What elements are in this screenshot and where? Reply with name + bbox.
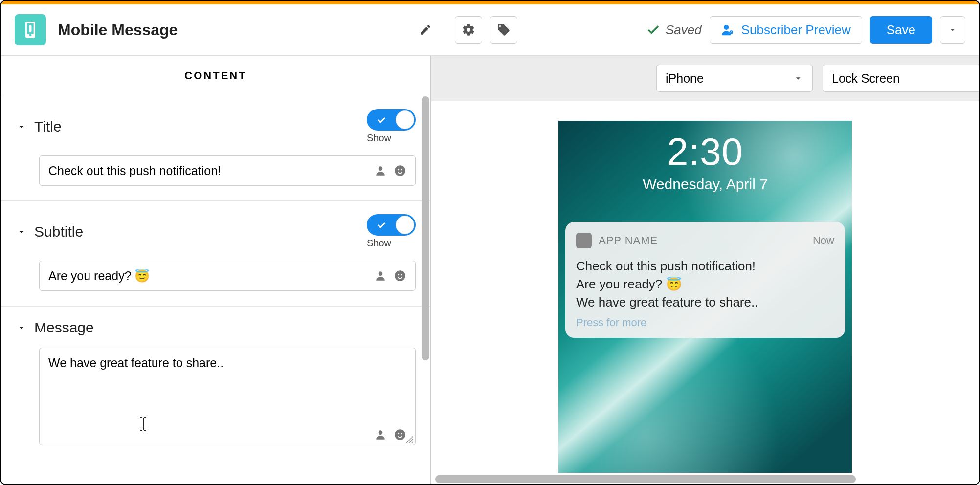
device-select[interactable]: iPhone — [656, 65, 813, 92]
title-input-row — [39, 155, 416, 186]
gear-icon — [462, 23, 475, 37]
view-select-value: Lock Screen — [832, 71, 900, 86]
view-select[interactable]: Lock Screen — [823, 65, 979, 92]
svg-point-13 — [398, 274, 399, 275]
svg-point-18 — [401, 433, 402, 434]
lockscreen-date: Wednesday, April 7 — [558, 176, 852, 193]
section-message-toggle[interactable]: Message — [16, 319, 94, 336]
section-subtitle: Subtitle Show — [1, 201, 430, 307]
subtitle-label: Subtitle — [34, 223, 83, 240]
person-icon[interactable] — [374, 269, 387, 282]
svg-point-7 — [379, 166, 383, 171]
check-icon — [376, 114, 387, 126]
message-label: Message — [34, 319, 94, 336]
svg-point-12 — [395, 270, 405, 281]
emoji-icon[interactable] — [394, 164, 406, 177]
svg-point-15 — [379, 430, 383, 435]
notification-more: Press for more — [576, 316, 834, 329]
section-title: Title Show — [1, 96, 430, 201]
app-icon — [15, 14, 46, 45]
svg-point-6 — [731, 32, 732, 33]
content-tab[interactable]: CONTENT — [1, 56, 430, 96]
check-icon — [646, 22, 661, 37]
header-bar: Mobile Message Saved Subscriber Preview … — [1, 4, 979, 56]
emoji-icon[interactable] — [394, 428, 406, 441]
check-icon — [376, 219, 387, 231]
title-label: Title — [34, 118, 62, 135]
tag-icon — [497, 23, 511, 37]
save-button[interactable]: Save — [870, 16, 932, 44]
horizontal-scrollbar-thumb[interactable] — [435, 475, 856, 483]
emoji-icon[interactable] — [394, 269, 406, 282]
lockscreen-time: 2:30 — [558, 130, 852, 174]
chevron-down-icon — [16, 226, 27, 238]
phone-preview: 2:30 Wednesday, April 7 APP NAME Now Che… — [558, 121, 852, 473]
subscriber-preview-button[interactable]: Subscriber Preview — [710, 16, 862, 44]
device-select-value: iPhone — [666, 71, 704, 86]
section-subtitle-toggle[interactable]: Subtitle — [16, 223, 83, 240]
save-dropdown-button[interactable] — [940, 16, 965, 44]
settings-button[interactable] — [455, 16, 482, 44]
tag-button[interactable] — [490, 16, 517, 44]
person-icon[interactable] — [374, 164, 387, 177]
saved-label: Saved — [666, 22, 702, 38]
title-input[interactable] — [48, 164, 374, 178]
svg-rect-2 — [29, 25, 32, 32]
svg-point-10 — [401, 169, 402, 170]
section-title-toggle[interactable]: Title — [16, 118, 62, 135]
notification-card: APP NAME Now Check out this push notific… — [565, 222, 845, 338]
top-accent-bar — [1, 1, 979, 4]
pencil-icon — [419, 23, 432, 36]
content-panel: CONTENT Title Show — [1, 56, 431, 484]
svg-point-4 — [724, 25, 729, 30]
toggle-knob — [396, 216, 414, 234]
notification-line1: Check out this push notification! — [576, 257, 834, 275]
message-textarea-row — [39, 348, 416, 445]
toggle-label: Show — [367, 238, 391, 249]
saved-status: Saved — [646, 22, 702, 38]
svg-point-3 — [29, 34, 32, 36]
notification-time: Now — [813, 234, 834, 247]
caret-down-icon — [948, 25, 958, 35]
notification-line2: Are you ready? 😇 — [576, 275, 834, 293]
title-show-toggle[interactable] — [367, 109, 416, 131]
notification-app-name: APP NAME — [599, 234, 658, 247]
notification-body: Check out this push notification! Are yo… — [576, 257, 834, 311]
svg-point-14 — [401, 274, 402, 275]
resize-handle-icon[interactable] — [406, 436, 413, 443]
page-title: Mobile Message — [58, 21, 178, 39]
subtitle-show-toggle[interactable] — [367, 214, 416, 236]
subtitle-input[interactable] — [48, 269, 374, 283]
edit-title-button[interactable] — [416, 20, 435, 40]
notification-app-icon — [576, 233, 592, 248]
scrollbar-thumb[interactable] — [422, 96, 429, 360]
person-icon[interactable] — [374, 428, 387, 441]
chevron-down-icon — [16, 121, 27, 132]
toggle-knob — [396, 110, 414, 129]
preview-panel: iPhone Lock Screen 2:30 Wednesday, April… — [431, 56, 979, 484]
svg-point-17 — [398, 433, 399, 434]
subscriber-preview-label: Subscriber Preview — [741, 22, 851, 38]
subtitle-input-row — [39, 261, 416, 291]
message-textarea[interactable] — [48, 356, 406, 428]
svg-point-9 — [398, 169, 399, 170]
svg-point-8 — [395, 165, 405, 176]
chevron-down-icon — [16, 322, 27, 333]
caret-down-icon — [793, 73, 803, 84]
section-message: Message — [1, 307, 430, 460]
notification-line3: We have great feature to share.. — [576, 293, 834, 311]
toggle-label: Show — [367, 132, 391, 144]
subscriber-icon — [721, 22, 735, 37]
svg-point-16 — [395, 429, 405, 440]
svg-point-11 — [379, 271, 383, 276]
